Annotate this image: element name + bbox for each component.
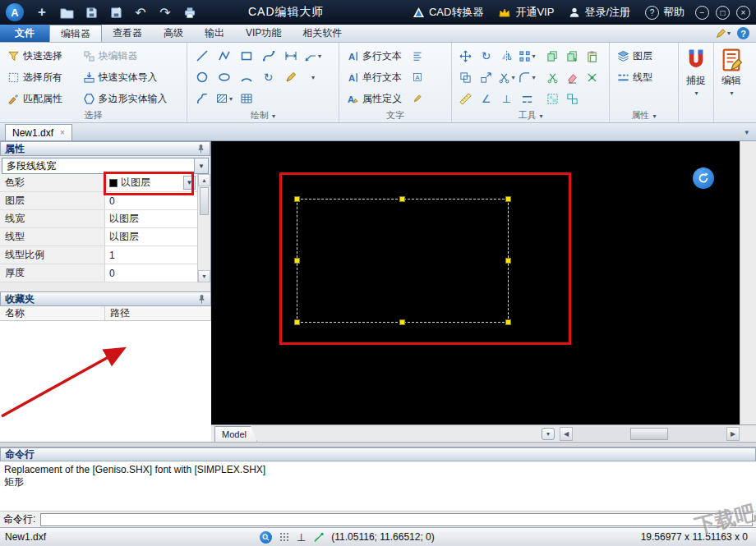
- column-name[interactable]: 名称: [0, 306, 105, 320]
- offset-tool-button[interactable]: [459, 71, 472, 84]
- block-editor-button[interactable]: 块编辑器: [79, 45, 184, 67]
- ribbon-help-button[interactable]: ?: [737, 27, 749, 39]
- scroll-up-icon[interactable]: ▲: [198, 174, 210, 186]
- quick-entity-import-button[interactable]: 快速实体导入: [79, 67, 184, 88]
- property-row-lineweight[interactable]: 线宽 以图层: [0, 210, 197, 228]
- edit-button[interactable]: 编辑 ▾: [714, 43, 749, 122]
- group-button[interactable]: [546, 93, 559, 105]
- cad-converter-button[interactable]: CAD转换器: [413, 5, 483, 20]
- tab-close-icon[interactable]: ×: [60, 128, 65, 137]
- join-tool-button[interactable]: [521, 93, 533, 105]
- erase-button[interactable]: [566, 71, 579, 84]
- grip-handle[interactable]: [399, 196, 405, 202]
- ungroup-button[interactable]: [566, 93, 579, 105]
- command-input[interactable]: [40, 513, 753, 526]
- edit-text-button[interactable]: [413, 94, 422, 103]
- match-properties-button[interactable]: 匹配属性: [3, 88, 79, 109]
- grip-handle[interactable]: [294, 196, 300, 202]
- property-grid-scrollbar[interactable]: ▲ ▼: [197, 174, 210, 282]
- tab-viewer[interactable]: 查看器: [102, 25, 153, 42]
- scroll-down-icon[interactable]: ▼: [198, 270, 210, 282]
- layout-list-button[interactable]: ▾: [542, 428, 555, 440]
- new-file-button[interactable]: +: [30, 2, 54, 22]
- grip-handle[interactable]: [505, 196, 511, 202]
- scrollbar-thumb[interactable]: [200, 187, 209, 215]
- ortho-mode-button[interactable]: ⊥: [297, 531, 306, 544]
- leader-tool-button[interactable]: ▾: [304, 49, 321, 62]
- help-button[interactable]: ? 帮助: [645, 5, 685, 20]
- osnap-button[interactable]: [313, 532, 325, 543]
- arc-tool-button[interactable]: [240, 71, 253, 84]
- document-tab[interactable]: New1.dxf ×: [5, 124, 72, 140]
- freehand-spline-button[interactable]: [196, 92, 209, 105]
- save-as-button[interactable]: [104, 2, 128, 22]
- minimize-button[interactable]: −: [695, 6, 709, 20]
- line-tool-button[interactable]: [196, 49, 209, 62]
- property-row-thickness[interactable]: 厚度 0: [0, 264, 197, 282]
- zoom-status-button[interactable]: [260, 531, 272, 544]
- grid-snap-button[interactable]: [279, 532, 289, 542]
- grip-handle[interactable]: [294, 319, 300, 325]
- perpendicular-tool-button[interactable]: ⊥: [502, 93, 511, 105]
- angle-tool-button[interactable]: ∠: [482, 93, 491, 105]
- grip-handle[interactable]: [399, 319, 405, 325]
- canvas-right-scrollbar[interactable]: [740, 141, 756, 442]
- tab-related-software[interactable]: 相关软件: [292, 25, 353, 42]
- pin-icon[interactable]: [197, 295, 206, 304]
- close-button[interactable]: ×: [736, 6, 750, 20]
- property-row-color[interactable]: 色彩 以图层 ▼: [0, 174, 197, 192]
- entity-type-select[interactable]: 多段线线宽 ▼: [2, 158, 209, 174]
- undo-button[interactable]: ↶: [128, 2, 153, 22]
- draw-more-button[interactable]: ▾: [311, 74, 315, 81]
- login-button[interactable]: 登录/注册: [569, 5, 630, 20]
- file-menu-button[interactable]: 文件: [0, 25, 49, 42]
- move-tool-button[interactable]: [459, 50, 472, 62]
- tab-advanced[interactable]: 高级: [153, 25, 194, 42]
- column-path[interactable]: 路径: [105, 306, 211, 320]
- text-align-button[interactable]: [413, 51, 422, 61]
- selected-rectangle-entity[interactable]: [297, 199, 509, 323]
- grip-handle[interactable]: [505, 319, 511, 325]
- scroll-left-icon[interactable]: ◀: [560, 427, 573, 441]
- layers-button[interactable]: 图层: [613, 45, 675, 67]
- open-file-button[interactable]: [54, 2, 79, 22]
- scroll-right-icon[interactable]: ▶: [726, 427, 740, 441]
- canvas-assistant-button[interactable]: [693, 167, 714, 189]
- tab-vip-features[interactable]: VIP功能: [235, 25, 292, 42]
- scrollbar-thumb[interactable]: [630, 428, 668, 440]
- copy-with-base-button[interactable]: [566, 50, 579, 62]
- quick-style-button[interactable]: ▾: [715, 28, 731, 39]
- measure-tool-button[interactable]: [459, 93, 472, 105]
- print-button[interactable]: [177, 2, 202, 22]
- property-row-linetype[interactable]: 线型 以图层: [0, 228, 197, 246]
- vip-button[interactable]: 开通VIP: [498, 5, 554, 20]
- circle-tool-button[interactable]: [196, 71, 209, 84]
- scale-tool-button[interactable]: [480, 71, 492, 84]
- pin-icon[interactable]: [196, 145, 205, 154]
- paste-button[interactable]: [586, 50, 598, 62]
- attribute-define-button[interactable]: A 属性定义: [343, 88, 406, 109]
- rotate-tool-button[interactable]: ↻: [482, 49, 491, 62]
- tab-editor[interactable]: 编辑器: [49, 25, 102, 42]
- grip-handle[interactable]: [505, 258, 511, 264]
- ellipse-tool-button[interactable]: [218, 71, 231, 84]
- revision-cloud-button[interactable]: ↻: [264, 71, 274, 84]
- drawing-canvas[interactable]: [211, 141, 740, 424]
- snap-button[interactable]: 捕捉 ▾: [679, 43, 714, 122]
- fillet-tool-button[interactable]: ▾: [519, 71, 535, 84]
- dimension-tool-button[interactable]: [284, 49, 297, 62]
- horizontal-scrollbar[interactable]: ◀ ▶: [560, 427, 740, 441]
- model-tab[interactable]: Model: [214, 426, 257, 442]
- redo-button[interactable]: ↷: [153, 2, 177, 22]
- scrollbar-track[interactable]: [573, 427, 726, 441]
- trim-tool-button[interactable]: ▾: [498, 71, 514, 84]
- panel-splitter[interactable]: [0, 442, 756, 447]
- grip-handle[interactable]: [294, 258, 300, 264]
- copy-button[interactable]: [546, 50, 559, 62]
- polygon-entity-input-button[interactable]: 多边形实体输入: [79, 88, 184, 109]
- polyline-tool-button[interactable]: [218, 49, 231, 62]
- hatch-fill-button[interactable]: ▾: [215, 92, 233, 105]
- linetype-button[interactable]: 线型: [613, 67, 675, 88]
- select-all-button[interactable]: 选择所有: [3, 67, 79, 88]
- hatch-pencil-button[interactable]: [284, 71, 297, 84]
